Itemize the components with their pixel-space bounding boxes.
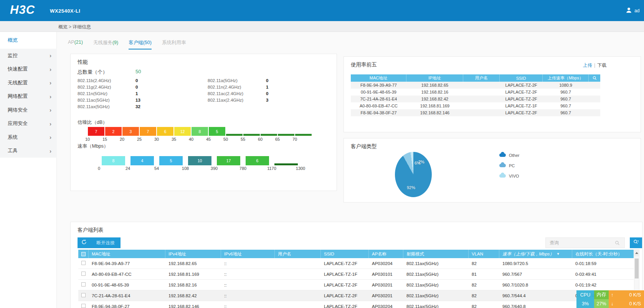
search-icon[interactable] [589,74,600,82]
row-checkbox[interactable] [81,261,86,265]
row-checkbox[interactable] [81,304,86,308]
client-row[interactable]: F8-9E-94-39-A9-77192.168.82.65::LAPLACE-… [78,258,634,269]
upload-link[interactable]: 上传 [583,63,592,68]
sidebar-item-monitor[interactable]: 监控› [0,49,57,63]
chevron-right-icon: › [50,66,51,72]
top5-links: 上传|下载 [583,62,606,69]
system-status-badge: CPU 3% 内存 27% ↑0 K/S ↓0 K/S [576,290,644,308]
tab-ap[interactable]: AP(21) [68,40,83,49]
legend-item-other: Other [499,150,520,160]
disconnect-button[interactable]: 断开连接 [91,237,121,248]
stat-value: 32 [135,104,140,109]
chevron-right-icon: › [50,52,51,59]
client-row[interactable]: F8-9E-94-38-0F-27192.168.82.146::LAPLACE… [78,301,634,308]
client-total-label: 总数量（个） [78,69,107,76]
top5-row[interactable]: F8-9E-94-39-A9-77192.168.82.65LAPLACE-TZ… [351,82,600,89]
user-menu[interactable]: ad [626,7,639,15]
stat-label: 802.11a(5GHz) [208,78,238,83]
h3c-logo: H3C [10,3,35,17]
performance-title: 性能 [78,59,88,66]
client-list-header: MAC地址 IPv4地址 IPv6地址 用户名 SSID AP名称 射频模式 V… [78,250,634,258]
stat-label: 802.11ac(5GHz) [78,98,110,102]
cloud-icon [499,174,506,178]
client-type-card: 客户端类型 92% 6% 2% Other PC VIVO [343,138,641,203]
sidebar-item-wireless-config[interactable]: 无线配置› [0,76,57,90]
chevron-right-icon: › [50,107,51,113]
stat-value: 1 [135,91,138,96]
sidebar-item-tools[interactable]: 工具› [0,144,57,158]
refresh-icon [81,239,87,246]
search-icon [615,240,620,247]
rate-chart-title: 速率（Mbps） [78,143,109,150]
advanced-search-icon [633,239,639,246]
stat-value: 0 [135,78,138,83]
top5-title: 使用率前五 [351,61,377,68]
device-title: WX2540X-LI [50,8,80,14]
sidebar-item-network-security[interactable]: 网络安全› [0,103,57,117]
breadcrumb-bar: 概览>详细信息 [0,21,644,32]
sidebar-item-quick-config[interactable]: 快速配置› [0,63,57,76]
stat-label: 802.11ax(5GHz) [78,104,110,109]
client-total-value: 50 [135,69,141,74]
row-checkbox[interactable] [81,272,86,276]
tab-system-utilization[interactable]: 系统利用率 [162,40,186,49]
legend-item-pc: PC [499,160,520,171]
snr-chart-title: 信噪比（dB） [78,119,107,126]
top5-row[interactable]: A0-80-69-EB-47-CC192.168.81.169LAPLACE-T… [351,102,600,109]
sidebar-item-network-config[interactable]: 网络配置› [0,90,57,104]
refresh-button[interactable] [78,237,91,248]
chevron-right-icon: › [50,148,51,154]
down-arrow-icon: ↓ [611,301,613,306]
chevron-right-icon: › [50,134,51,140]
triangle-up-icon [635,252,638,254]
top5-row[interactable]: F8-9E-94-38-0F-27192.168.82.146LAPLACE-T… [351,109,600,116]
stat-value: 1 [266,85,268,89]
stat-label: 802.11ax(2.4GHz) [208,98,243,102]
top5-row[interactable]: 7C-21-4A-28-61-E4192.168.82.42LAPLACE-TZ… [351,96,600,102]
top5-row[interactable]: 00-91-9E-48-65-39192.168.82.16LAPLACE-TZ… [351,89,600,96]
stat-label: 802.11n(5GHz) [78,91,107,96]
tab-wireless-service[interactable]: 无线服务(9) [93,40,118,49]
stat-value: 3 [266,98,268,102]
client-list-title: 客户端列表 [78,227,104,234]
breadcrumb-root[interactable]: 概览 [58,24,68,30]
breadcrumb-current: 详细信息 [73,24,91,30]
client-list-toolbar: 断开连接 [78,237,121,248]
stat-label: 802.11g(2.4GHz) [78,85,111,89]
user-name: ad [634,8,639,13]
client-row[interactable]: A0-80-69-EB-47-CC192.168.81.169::LAPLACE… [78,269,634,280]
network-status: ↑0 K/S ↓0 K/S [609,290,644,308]
chevron-right-icon: › [50,120,51,127]
download-link[interactable]: 下载 [597,63,606,68]
pie-label-other: 92% [407,185,415,190]
sort-caret-icon[interactable]: ▼ [556,252,560,256]
client-row[interactable]: 00-91-9E-48-65-39192.168.82.16::LAPLACE-… [78,280,634,290]
select-all-checkbox[interactable] [81,252,86,256]
client-type-pie [395,152,432,197]
row-checkbox[interactable] [81,293,86,297]
tab-client[interactable]: 客户端(50) [129,40,152,49]
scroll-up-arrow[interactable] [634,250,639,256]
client-row[interactable]: 7C-21-4A-28-61-E4192.168.82.42::LAPLACE-… [78,290,634,301]
scrollbar-thumb[interactable] [635,259,639,278]
sidebar-menu: 监控› 快速配置› 无线配置› 网络配置› 网络安全› 应用安全› 系统› 工具… [0,49,57,158]
sidebar-item-system[interactable]: 系统› [0,130,57,144]
cloud-icon [499,153,506,157]
stat-label: 802.11b(2.4GHz) [78,78,111,83]
search-input[interactable] [545,237,625,248]
legend-item-vivo: VIVO [499,171,520,181]
sidebar-item-overview[interactable]: 概览 [8,37,18,44]
topbar: H3C WX2540X-LI ad [0,0,644,21]
cpu-status: CPU 3% [576,290,594,308]
top5-usage-card: 使用率前五 上传|下载 MAC地址 IP地址 用户名 SSID 上传速率（Mbp… [343,56,641,132]
breadcrumb: 概览>详细信息 [58,24,91,30]
detail-tabs: AP(21) 无线服务(9) 客户端(50) 系统利用率 [68,40,186,49]
client-type-title: 客户端类型 [351,143,377,150]
stat-label: 802.11ac(2.4GHz) [208,91,243,96]
client-list-card: 客户端列表 断开连接 MAC地址 IPv4地址 IPv6地址 [70,222,642,308]
row-checkbox[interactable] [81,282,86,287]
stat-value: 0 [266,91,268,96]
advanced-search-button[interactable] [630,237,642,248]
breadcrumb-separator: > [69,24,71,30]
sidebar-item-app-security[interactable]: 应用安全› [0,117,57,131]
